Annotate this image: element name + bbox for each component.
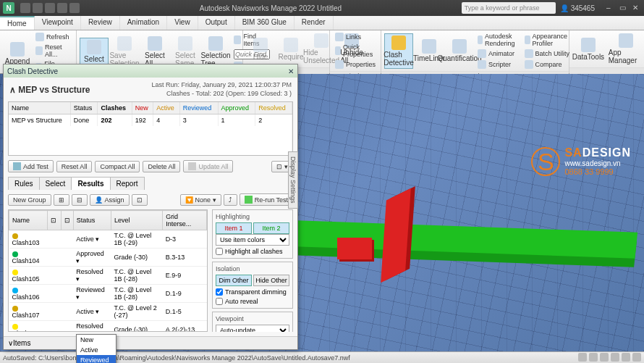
item2-toggle[interactable]: Item 2 [253, 222, 289, 234]
dim-other-toggle[interactable]: Dim Other [216, 275, 252, 286]
assign-button[interactable]: 👤 Assign [90, 194, 130, 206]
test-row[interactable]: MEP vs StructureDone 202 1924 31 2 [9, 114, 292, 127]
clash-detective-button[interactable]: Clash Detective [384, 33, 413, 69]
results-side-panel: Highlighting Item 1 Item 2 Use item colo… [212, 209, 293, 332]
tree-icon [208, 36, 223, 51]
close-icon[interactable]: ✕ [632, 4, 641, 12]
result-row[interactable]: Clash107Active ▾T.C. @ Level 2 (-27)D.1-… [9, 303, 207, 321]
appmanager-icon [619, 33, 633, 48]
app-logo: N [3, 2, 14, 14]
compact-all-button[interactable]: Compact All [95, 161, 140, 172]
user-badge[interactable]: 👤 345465 [560, 4, 595, 12]
save-selection-icon [117, 36, 132, 51]
items-label[interactable]: Items [13, 339, 30, 347]
status-dropdown-menu[interactable]: NewActiveReviewedApprovedResolved [76, 334, 116, 363]
hide-icon [253, 38, 268, 52]
subtab-report[interactable]: Report [110, 177, 145, 190]
append-button[interactable]: Append [3, 41, 32, 67]
new-group-button[interactable]: New Group [8, 194, 51, 206]
appearance-profiler-button[interactable]: Appearance Profiler [522, 32, 573, 48]
ribbon-tabs: Home Viewpoint Review Animation View Out… [0, 16, 644, 30]
viewpoint-select[interactable]: Auto-update [216, 325, 289, 332]
minimize-icon[interactable]: – [606, 4, 615, 12]
qat-select-icon[interactable] [69, 3, 80, 13]
filter-button[interactable]: ⊡ [132, 194, 148, 206]
help-search-input[interactable]: Type a keyword or phrase [462, 2, 556, 14]
clash-tests-grid[interactable]: NameStatus Clashes NewActive ReviewedApp… [8, 101, 293, 156]
tab-review[interactable]: Review [81, 16, 120, 30]
batch-utility-button[interactable]: Batch Utility [522, 49, 573, 59]
update-all-button[interactable]: Update All [183, 160, 233, 172]
quantification-button[interactable]: Quantification [445, 38, 474, 64]
quick-access-toolbar[interactable] [20, 3, 80, 13]
refresh-button[interactable]: Refresh [33, 32, 73, 42]
qat-redo-icon[interactable] [57, 3, 67, 13]
status-option[interactable]: New [77, 335, 116, 345]
rerun-test-button[interactable]: Re-run Test [240, 193, 293, 206]
subtab-select[interactable]: Select [39, 177, 72, 190]
qat-save-icon[interactable] [33, 3, 43, 13]
require-button[interactable]: Require [276, 36, 305, 62]
tab-animation[interactable]: Animation [120, 16, 167, 30]
delete-all-button[interactable]: Delete All [143, 161, 180, 172]
autodesk-rendering-button[interactable]: Autodesk Rendering [475, 32, 521, 48]
use-item-colors-select[interactable]: Use item colors [216, 234, 289, 246]
isolation-group: Isolation Dim Other Hide Other Transpare… [212, 262, 293, 309]
tab-render[interactable]: Render [295, 16, 334, 30]
group-button[interactable]: ⊞ [54, 194, 69, 206]
quick-props-icon [335, 46, 341, 55]
ungroup-button[interactable]: ⊟ [72, 194, 88, 206]
result-row[interactable]: Clash104Approved ▾Grade (-30)B.3-13 [9, 249, 207, 267]
clash-panel-close-icon[interactable]: ✕ [288, 67, 294, 75]
render-icon [478, 36, 483, 44]
results-toolbar: New Group ⊞ ⊟ 👤 Assign ⊡ 🔽 None ▾ ⤴ Re-r… [4, 190, 297, 209]
subtab-rules[interactable]: Rules [8, 177, 40, 190]
clash-item-red-2 [337, 238, 372, 259]
clash-test-meta: Last Run: Friday, January 29, 2021 12:00… [152, 81, 292, 98]
datatools-button[interactable]: DataTools [572, 36, 604, 62]
auto-reveal-checkbox[interactable]: Auto reveal [216, 298, 289, 305]
app-manager-button[interactable]: App Manager [606, 32, 644, 66]
reset-icon [35, 46, 43, 55]
hide-button[interactable]: Hide [246, 36, 275, 62]
result-row[interactable]: Clash106Reviewed ▾T.C. @ Level 1B (-28)D… [9, 285, 207, 303]
maximize-icon[interactable]: ▭ [619, 4, 628, 12]
qat-undo-icon[interactable] [45, 3, 55, 13]
qat-open-icon[interactable] [20, 3, 30, 13]
viewpoint-group: Viewpoint Auto-update Animate transition… [212, 312, 293, 332]
transparent-checkbox[interactable]: Transparent dimming [216, 288, 289, 296]
result-row[interactable]: Clash105Resolved ▾T.C. @ Level 1B (-28)E… [9, 267, 207, 285]
tab-home[interactable]: Home [0, 16, 35, 30]
window-controls[interactable]: – ▭ ✕ [606, 4, 641, 12]
properties-button[interactable]: Properties [333, 59, 378, 70]
quick-properties-button[interactable]: Quick Properties [333, 43, 378, 59]
animator-button[interactable]: Animator [475, 49, 521, 59]
tab-view[interactable]: View [167, 16, 198, 30]
clash-panel-titlebar[interactable]: Clash Detective ✕ [4, 64, 297, 78]
none-filter-button[interactable]: 🔽 None ▾ [180, 194, 221, 206]
clash-results-table[interactable]: Name ⊡⊡ Status Level Grid Interse... Cla… [8, 209, 208, 332]
item1-toggle[interactable]: Item 1 [216, 222, 252, 234]
select-button[interactable]: Select [80, 38, 109, 65]
statusbar-icons[interactable] [576, 353, 641, 363]
hide-other-toggle[interactable]: Hide Other [253, 275, 289, 286]
subtab-results[interactable]: Results [71, 177, 110, 190]
export-button[interactable]: ⤴ [224, 194, 237, 206]
tab-bim360[interactable]: BIM 360 Glue [235, 16, 295, 30]
links-button[interactable]: Links [333, 32, 378, 42]
reset-all-button[interactable]: Reset All [56, 161, 93, 172]
add-icon [13, 162, 21, 170]
tab-viewpoint[interactable]: Viewpoint [35, 16, 81, 30]
highlight-all-checkbox[interactable]: Highlight all clashes [216, 248, 289, 255]
reset-all-button[interactable]: Reset All... [33, 43, 73, 59]
compare-button[interactable]: Compare [522, 59, 573, 70]
result-row[interactable]: Clash103Active ▾T.C. @ Level 1B (-29)D-3 [9, 230, 207, 249]
add-test-button[interactable]: Add Test [8, 160, 54, 172]
result-row[interactable]: Clash108Resolved ▾Grade (-30)A.2(-2)-13 [9, 321, 207, 332]
status-option[interactable]: Reviewed [77, 355, 116, 363]
scripter-button[interactable]: Scripter [475, 59, 521, 70]
watermark: S SADESIGN www.sadesign.vn 0868 33 9999 [531, 146, 631, 176]
status-option[interactable]: Active [77, 345, 116, 355]
tab-output[interactable]: Output [198, 16, 235, 30]
refresh-icon [35, 33, 44, 41]
